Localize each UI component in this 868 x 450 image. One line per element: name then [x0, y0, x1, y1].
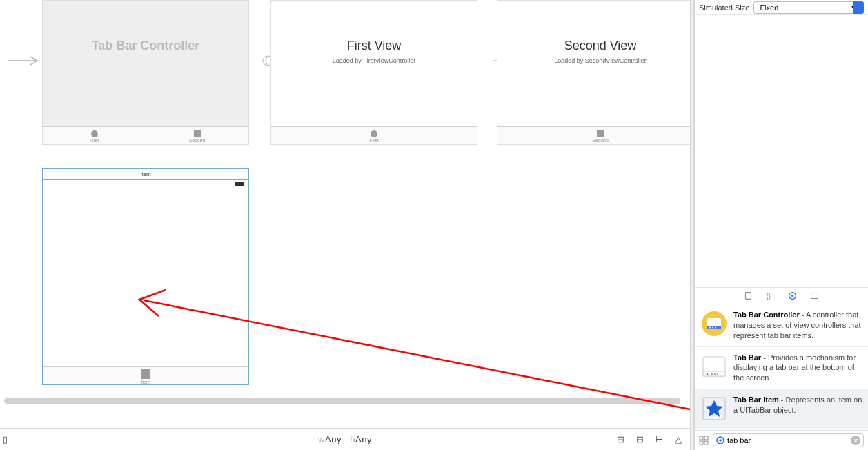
- segue-arrow-icon[interactable]: [253, 54, 270, 68]
- scene-item[interactable]: Item Item: [42, 168, 249, 385]
- tab-bar: Second: [497, 126, 690, 144]
- tab-bar: First: [271, 126, 477, 144]
- scene-body[interactable]: [43, 190, 248, 366]
- square-icon: [141, 369, 150, 379]
- scene-subtitle: Loaded by SecondViewController: [497, 57, 690, 64]
- square-icon: [194, 130, 201, 137]
- library-item-tab-bar-controller[interactable]: Tab Bar Controller - A controller that m…: [695, 304, 868, 347]
- h-value: Any: [355, 434, 372, 444]
- segue-arrow-icon[interactable]: [483, 54, 497, 68]
- library-item-tab-bar-item[interactable]: Tab Bar Item - Represents an item on a U…: [695, 389, 868, 429]
- tab-label: Second: [592, 138, 609, 143]
- file-template-tab-icon[interactable]: [744, 291, 753, 301]
- simulated-size-row: Simulated Size Fixed: [695, 0, 868, 15]
- search-scope-icon[interactable]: [716, 436, 724, 444]
- panel-toggle-icon[interactable]: ▯: [3, 434, 8, 444]
- tab-bar: Item: [43, 366, 248, 384]
- svg-point-21: [717, 373, 718, 375]
- simulated-size-label: Simulated Size: [699, 3, 749, 12]
- tab-label: Item: [141, 380, 150, 384]
- svg-rect-27: [704, 441, 708, 444]
- inspector-panel: Simulated Size Fixed {}: [694, 0, 868, 450]
- scene-second-view[interactable]: Second View Loaded by SecondViewControll…: [497, 0, 690, 145]
- object-library-tab-icon[interactable]: [788, 291, 798, 301]
- circle-icon: [371, 130, 377, 137]
- tab-bar: First Second: [43, 126, 248, 144]
- svg-point-19: [711, 373, 713, 375]
- circle-icon: [91, 130, 98, 137]
- simulated-size-select[interactable]: Fixed: [753, 1, 861, 14]
- battery-icon: [235, 182, 244, 186]
- svg-point-15: [715, 327, 716, 329]
- h-prefix: h: [350, 434, 355, 444]
- svg-rect-25: [704, 436, 708, 440]
- library-search-bar: ✕: [695, 431, 868, 450]
- search-input[interactable]: [727, 436, 848, 444]
- svg-point-29: [719, 439, 722, 442]
- library-item-text: Tab Bar - Provides a mechanism for displ…: [733, 353, 862, 384]
- tab-item-first[interactable]: First: [43, 127, 146, 144]
- tab-item-first[interactable]: First: [271, 127, 477, 144]
- status-bar: [43, 180, 248, 190]
- library-item-text: Tab Bar Controller - A controller that m…: [733, 310, 862, 341]
- scene-header[interactable]: Item: [43, 169, 248, 180]
- clear-search-icon[interactable]: ✕: [851, 436, 860, 445]
- align-stack-icon[interactable]: ⊟: [615, 435, 625, 444]
- resolve-issues-icon[interactable]: △: [673, 435, 683, 444]
- svg-point-8: [791, 295, 793, 297]
- svg-text:{}: {}: [767, 293, 771, 300]
- svg-point-14: [712, 327, 713, 329]
- svg-point-13: [709, 327, 711, 329]
- horizontal-scrollbar[interactable]: [4, 398, 680, 404]
- inspector-body: [695, 15, 868, 288]
- tab-bar-icon: [700, 353, 728, 380]
- tab-item-second[interactable]: Second: [146, 127, 248, 144]
- square-icon: [597, 130, 604, 137]
- code-snippet-tab-icon[interactable]: {}: [766, 291, 776, 301]
- tab-label: First: [90, 138, 99, 143]
- library-item-text: Tab Bar Item - Represents an item on a U…: [733, 395, 862, 423]
- scene-first-view[interactable]: First View Loaded by FirstViewController…: [270, 0, 477, 145]
- svg-rect-9: [811, 293, 818, 298]
- object-library-list[interactable]: Tab Bar Controller - A controller that m…: [695, 304, 868, 431]
- storyboard-canvas[interactable]: Tab Bar Controller First Second: [0, 0, 690, 428]
- tab-label: First: [369, 138, 379, 143]
- library-item-tab-bar[interactable]: Tab Bar - Provides a mechanism for displ…: [695, 347, 868, 390]
- library-tabs: {}: [695, 288, 868, 304]
- pin-icon[interactable]: ⊢: [654, 435, 664, 444]
- tab-item[interactable]: Item: [43, 367, 248, 384]
- align-edges-icon[interactable]: ⊟: [635, 435, 644, 444]
- svg-rect-24: [700, 436, 703, 440]
- scene-title: Tab Bar Controller: [43, 1, 248, 53]
- tab-bar-item-icon: [700, 395, 728, 422]
- grid-view-icon[interactable]: [699, 436, 709, 445]
- tab-label: Second: [189, 138, 206, 143]
- entry-arrow-icon: [7, 54, 41, 68]
- w-value: Any: [325, 434, 342, 444]
- scene-title: First View: [271, 1, 477, 53]
- canvas-bottom-bar: ▯ wAny hAny ⊟ ⊟ ⊢ △: [0, 428, 690, 450]
- scene-tab-bar-controller[interactable]: Tab Bar Controller First Second: [42, 0, 249, 145]
- tab-bar-controller-icon: [700, 310, 728, 338]
- scene-subtitle: Loaded by FirstViewController: [271, 57, 477, 64]
- scene-title: Second View: [497, 1, 690, 53]
- svg-rect-5: [745, 293, 751, 300]
- w-prefix: w: [318, 434, 325, 444]
- tab-item-second[interactable]: Second: [497, 127, 690, 144]
- svg-rect-26: [700, 441, 703, 444]
- svg-point-20: [714, 373, 716, 375]
- search-field-container[interactable]: ✕: [713, 433, 864, 447]
- media-library-tab-icon[interactable]: [810, 291, 820, 301]
- svg-marker-23: [705, 400, 723, 417]
- size-class-control[interactable]: wAny hAny: [318, 434, 372, 444]
